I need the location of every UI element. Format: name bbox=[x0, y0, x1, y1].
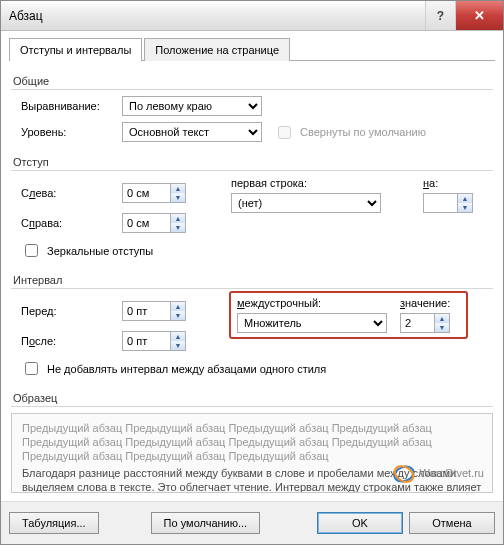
indent-by-spinner[interactable]: ▲▼ bbox=[423, 193, 483, 213]
button-bar: Табуляция... По умолчанию... OK Отмена bbox=[1, 501, 503, 544]
spinner-up-icon[interactable]: ▲ bbox=[171, 184, 185, 193]
spacing-after-label: После: bbox=[21, 335, 116, 347]
spacing-at-spinner[interactable]: ▲▼ bbox=[400, 313, 460, 333]
titlebar: Абзац ? ✕ bbox=[1, 1, 503, 31]
no-space-same-style-label: Не добавлять интервал между абзацами одн… bbox=[47, 363, 326, 375]
close-button[interactable]: ✕ bbox=[455, 1, 503, 30]
indent-by-label: на: bbox=[423, 177, 483, 189]
spinner-up-icon[interactable]: ▲ bbox=[458, 194, 472, 203]
alignment-label: Выравнивание: bbox=[21, 100, 116, 112]
alignment-combo[interactable]: По левому краю bbox=[122, 96, 262, 116]
indent-right-spinner[interactable]: ▲▼ bbox=[122, 213, 186, 233]
line-spacing-highlight: междустрочный: Множитель значение: ▲▼ bbox=[229, 291, 468, 339]
mirror-indents-label: Зеркальные отступы bbox=[47, 245, 153, 257]
line-spacing-label: междустрочный: bbox=[237, 297, 392, 309]
group-indent-label: Отступ bbox=[11, 152, 493, 171]
indent-left-spinner[interactable]: ▲▼ bbox=[122, 183, 186, 203]
spinner-up-icon[interactable]: ▲ bbox=[435, 314, 449, 323]
spinner-down-icon[interactable]: ▼ bbox=[171, 193, 185, 202]
client-area: Отступы и интервалы Положение на страниц… bbox=[1, 31, 503, 501]
first-line-label: первая строка: bbox=[231, 177, 413, 189]
spacing-at-label: значение: bbox=[400, 297, 460, 309]
collapse-checkbox bbox=[278, 126, 291, 139]
spacing-after-spinner[interactable]: ▲▼ bbox=[122, 331, 186, 351]
spinner-down-icon[interactable]: ▼ bbox=[171, 341, 185, 350]
preview-box: Предыдущий абзац Предыдущий абзац Предыд… bbox=[11, 413, 493, 493]
cancel-button[interactable]: Отмена bbox=[409, 512, 495, 534]
tab-position[interactable]: Положение на странице bbox=[144, 38, 290, 61]
spinner-up-icon[interactable]: ▲ bbox=[171, 332, 185, 341]
spacing-before-label: Перед: bbox=[21, 305, 116, 317]
tab-indents[interactable]: Отступы и интервалы bbox=[9, 38, 142, 61]
spinner-up-icon[interactable]: ▲ bbox=[171, 302, 185, 311]
preview-prev-para: Предыдущий абзац Предыдущий абзац Предыд… bbox=[22, 422, 482, 463]
group-spacing-label: Интервал bbox=[11, 270, 493, 289]
ok-button[interactable]: OK bbox=[317, 512, 403, 534]
help-button[interactable]: ? bbox=[425, 1, 455, 30]
collapse-label: Свернуты по умолчанию bbox=[300, 126, 426, 138]
no-space-same-style-checkbox[interactable] bbox=[25, 362, 38, 375]
preview-sample-text: Благодаря разнице расстояний между буква… bbox=[22, 467, 482, 493]
tab-strip: Отступы и интервалы Положение на страниц… bbox=[9, 37, 495, 61]
indent-right-label: Справа: bbox=[21, 217, 116, 229]
spinner-down-icon[interactable]: ▼ bbox=[435, 323, 449, 332]
mirror-indents-checkbox[interactable] bbox=[25, 244, 38, 257]
spacing-after-input[interactable] bbox=[122, 331, 170, 351]
dialog-window: Абзац ? ✕ Отступы и интервалы Положение … bbox=[0, 0, 504, 545]
window-title: Абзац bbox=[9, 9, 425, 23]
line-spacing-combo[interactable]: Множитель bbox=[237, 313, 387, 333]
spinner-down-icon[interactable]: ▼ bbox=[171, 223, 185, 232]
indent-left-label: Слева: bbox=[21, 187, 116, 199]
spacing-at-input[interactable] bbox=[400, 313, 434, 333]
group-preview-label: Образец bbox=[11, 388, 493, 407]
first-line-combo[interactable]: (нет) bbox=[231, 193, 381, 213]
indent-left-input[interactable] bbox=[122, 183, 170, 203]
spinner-up-icon[interactable]: ▲ bbox=[171, 214, 185, 223]
spacing-before-spinner[interactable]: ▲▼ bbox=[122, 301, 186, 321]
tabs-button[interactable]: Табуляция... bbox=[9, 512, 99, 534]
spinner-down-icon[interactable]: ▼ bbox=[171, 311, 185, 320]
group-general-label: Общие bbox=[11, 71, 493, 90]
level-combo[interactable]: Основной текст bbox=[122, 122, 262, 142]
spacing-before-input[interactable] bbox=[122, 301, 170, 321]
indent-by-input[interactable] bbox=[423, 193, 457, 213]
level-label: Уровень: bbox=[21, 126, 116, 138]
set-default-button[interactable]: По умолчанию... bbox=[151, 512, 261, 534]
indent-right-input[interactable] bbox=[122, 213, 170, 233]
spinner-down-icon[interactable]: ▼ bbox=[458, 203, 472, 212]
